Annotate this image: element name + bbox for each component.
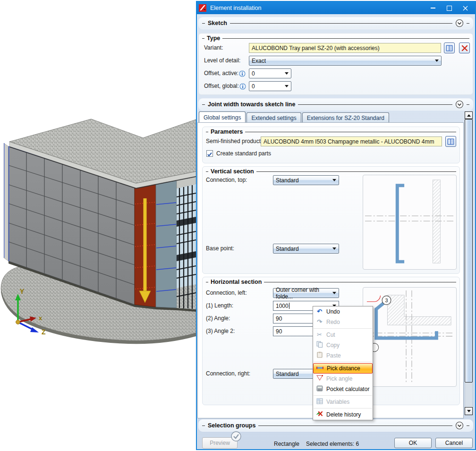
model-viewport[interactable]: Y x Z (0, 0, 196, 451)
connection-top-value: Standard (276, 177, 299, 184)
menu-separator (314, 395, 372, 396)
dialog-titlebar[interactable]: Element installation (197, 2, 475, 14)
section-sketch: Sketch (198, 17, 473, 29)
menu-item-pick-angle: Pick angle (313, 374, 373, 384)
pick-distance-icon (316, 365, 324, 372)
app-icon (199, 4, 206, 12)
preview-check-badge (231, 431, 241, 442)
tab-extensions-sz20[interactable]: Extensions for SZ-20 Standard (302, 112, 389, 123)
collapse-chevron-icon[interactable] (455, 19, 464, 27)
angle2-value: 90 (276, 328, 282, 335)
axis-z-label: Z (42, 328, 46, 336)
angle-label: (2) Angle: (206, 314, 230, 323)
red-x-icon (461, 45, 468, 51)
offset-global-label: Offset, global: (204, 81, 239, 91)
dropdown-arrow-icon (332, 292, 336, 294)
semi-finished-catalog-button[interactable] (445, 136, 456, 147)
dropdown-arrow-icon (285, 72, 289, 75)
menu-item-variables: Variables (313, 397, 373, 407)
tab-extended-settings[interactable]: Extended settings (246, 112, 301, 123)
offset-active-label: Offset, active: (204, 68, 238, 78)
redo-icon: ↷ (315, 318, 323, 326)
connection-left-dropdown[interactable]: Outer corner with folde... (273, 288, 339, 298)
offset-active-value: 0 (252, 70, 255, 77)
vertical-section-label: Vertical section (211, 168, 254, 175)
arrow-up-icon (467, 114, 471, 117)
parameters-label: Parameters (211, 128, 243, 135)
menu-item-cut: ✂ Cut (313, 330, 373, 340)
menu-item-undo[interactable]: ↶ Undo (313, 306, 373, 317)
length-value: 1000 (276, 303, 289, 309)
dropdown-arrow-icon (285, 85, 289, 87)
semi-finished-value: ALUCOBOND 4mm I503 Champagne metallic - … (264, 138, 434, 145)
context-menu: ↶ Undo ↷ Redo ✂ Cut Copy (313, 306, 373, 420)
sketch-label: Sketch (208, 20, 227, 26)
scrollbar-up-button[interactable] (465, 111, 473, 119)
axis-y-label: Y (20, 288, 25, 295)
diagram-badge-3: 3 (385, 298, 388, 303)
selection-groups-label: Selection groups (208, 422, 255, 429)
level-of-detail-label: Level of detail: (204, 56, 240, 66)
menu-item-pocket-calculator[interactable]: Pocket calculator (313, 384, 373, 394)
level-of-detail-value: Exact (252, 58, 266, 64)
info-icon[interactable] (239, 83, 246, 90)
variant-value: ALUCOBOND Tray panel SZ-20 (with accesso… (252, 45, 380, 51)
menu-item-pick-distance[interactable]: Pick distance (313, 363, 373, 374)
delete-history-icon (315, 410, 323, 419)
angle2-label: (3) Angle 2: (206, 326, 235, 336)
menu-separator (314, 362, 372, 362)
menu-separator (314, 408, 372, 408)
menu-item-delete-history[interactable]: Delete history (313, 409, 373, 420)
connection-left-label: Connection, left: (206, 288, 247, 298)
checkmark-icon (207, 152, 212, 157)
semi-finished-field[interactable]: ALUCOBOND 4mm I503 Champagne metallic - … (261, 136, 442, 146)
scrollbar-down-button[interactable] (465, 407, 473, 415)
connection-top-dropdown[interactable]: Standard (273, 175, 339, 185)
type-group-header: Type (202, 35, 469, 42)
dropdown-arrow-icon (435, 60, 439, 62)
base-point-dropdown[interactable]: Standard (273, 244, 339, 254)
joint-width-label: Joint width towards sketch line (208, 101, 295, 108)
variables-icon (315, 398, 323, 406)
angle-value: 90 (276, 315, 282, 322)
section-selection-groups: Selection groups (198, 419, 473, 432)
create-standard-parts-checkbox[interactable] (206, 150, 213, 157)
variant-delete-button[interactable] (459, 43, 470, 53)
catalog-list-icon (447, 138, 454, 145)
info-icon[interactable] (239, 70, 246, 77)
offset-global-combo[interactable]: 0 (249, 81, 291, 91)
ok-button[interactable]: OK (394, 438, 432, 448)
selected-elements-status: Selected elements: 6 (306, 439, 359, 449)
base-point-value: Standard (276, 246, 299, 252)
create-standard-parts-label: Create standard parts (216, 149, 271, 159)
level-of-detail-dropdown[interactable]: Exact (249, 56, 442, 66)
collapse-chevron-icon[interactable] (455, 421, 464, 430)
variant-field[interactable]: ALUCOBOND Tray panel SZ-20 (with accesso… (249, 43, 441, 53)
semi-finished-label: Semi-finished product: (206, 136, 262, 146)
collapse-chevron-icon[interactable] (455, 100, 464, 109)
close-button[interactable] (457, 2, 473, 14)
dropdown-arrow-icon (332, 247, 336, 250)
horizontal-section-label: Horizontal section (211, 279, 262, 285)
copy-icon (315, 341, 323, 349)
tab-global-settings[interactable]: Global settings (199, 111, 246, 123)
paste-icon (315, 351, 323, 360)
curtain-wall (177, 177, 196, 309)
scrollbar-thumb[interactable] (465, 119, 473, 383)
variant-label: Variant: (204, 43, 223, 53)
offset-active-combo[interactable]: 0 (249, 68, 291, 78)
minimize-button[interactable] (425, 2, 441, 14)
maximize-button[interactable] (441, 2, 457, 14)
base-point-label: Base point: (206, 244, 234, 254)
menu-item-copy: Copy (313, 340, 373, 350)
variant-catalog-button[interactable] (444, 43, 455, 53)
calculator-icon (315, 385, 323, 393)
cancel-button[interactable]: Cancel (435, 438, 473, 448)
offset-global-value: 0 (252, 83, 255, 90)
vertical-section-diagram (363, 175, 457, 270)
menu-item-paste: Paste (313, 350, 373, 361)
axis-x-label: x (39, 315, 42, 322)
connection-top-label: Connection, top: (206, 175, 247, 185)
dialog-title: Element installation (210, 5, 425, 11)
cut-icon: ✂ (315, 331, 323, 339)
